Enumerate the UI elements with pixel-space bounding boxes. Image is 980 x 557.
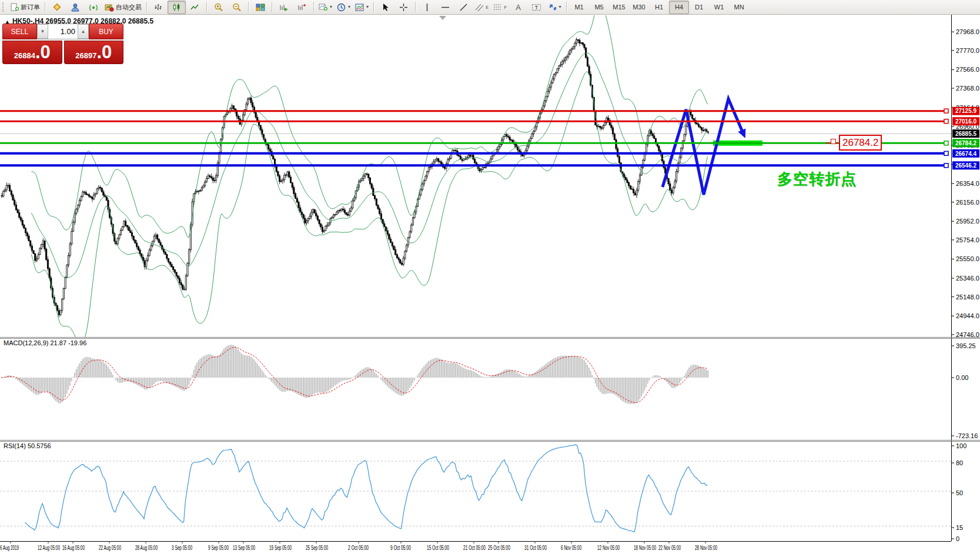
price-tick-label: 24944.0 — [956, 312, 979, 319]
timeframe-button-w1[interactable]: W1 — [709, 1, 729, 14]
time-tick-label: 6 Aug 2019 — [0, 545, 19, 551]
diamond-icon — [52, 3, 62, 12]
timeframe-toolbar: M1M5M15M30H1H4D1W1MN — [569, 1, 749, 14]
trendline-button[interactable] — [454, 1, 473, 14]
macd-histogram — [1, 345, 708, 404]
auto-trading-icon — [105, 3, 114, 12]
time-tick-label: 9 Oct 05:00 — [390, 545, 411, 551]
signals-button[interactable] — [84, 1, 102, 14]
auto-scroll-icon — [279, 3, 289, 12]
floating-price-anchor[interactable] — [831, 139, 836, 144]
price-tick-label: 26354.0 — [956, 180, 979, 187]
new-order-label: 新订单 — [21, 3, 40, 12]
volume-box: ▼ ▲ — [37, 24, 89, 39]
time-tick-label: 22 Nov 05:00 — [658, 545, 681, 551]
template-icon — [355, 3, 364, 12]
panel-collapse-icon[interactable] — [439, 16, 446, 20]
indicator-tick-label: 0 — [956, 535, 959, 542]
timeframe-button-m5[interactable]: M5 — [589, 1, 609, 14]
cursor-button[interactable] — [376, 1, 394, 14]
indicators-icon — [319, 3, 328, 12]
text-label-icon: T — [531, 3, 541, 12]
price-axis: 27968.027770.027566.027368.027164.026960… — [951, 28, 979, 338]
vertical-line-button[interactable] — [418, 1, 436, 14]
time-tick-label: 25 Sep 05:00 — [306, 545, 328, 551]
auto-scroll-button[interactable] — [275, 1, 293, 14]
timeframe-button-d1[interactable]: D1 — [689, 1, 709, 14]
horizontal-line-button[interactable] — [436, 1, 454, 14]
templates-button[interactable]: ▾ — [353, 1, 371, 14]
price-tick-label: 26156.0 — [956, 199, 979, 206]
tile-windows-button[interactable] — [251, 1, 269, 14]
timeframe-button-mn[interactable]: MN — [729, 1, 749, 14]
indicators-button[interactable]: ▾ — [316, 1, 335, 14]
new-order-button[interactable]: 新订单 — [8, 1, 42, 14]
terminal-window: { "toolbar": { "new_order_label": "新订单",… — [0, 0, 980, 557]
time-tick-label: 25 Oct 05:00 — [488, 545, 510, 551]
trendline-icon — [459, 3, 468, 12]
sell-price-main: 26884 — [14, 51, 35, 60]
timeframe-button-h4[interactable]: H4 — [669, 1, 689, 14]
zoom-in-button[interactable] — [209, 1, 228, 14]
macd-axis: 395.250.00-723.16 — [951, 342, 978, 439]
auto-trading-button[interactable]: 自动交易 — [102, 1, 144, 14]
dropdown-caret-icon: ▾ — [366, 5, 369, 9]
level-lines: 27125.927016.026885.526784.226674.426546… — [0, 107, 979, 170]
svg-text:T: T — [535, 4, 539, 10]
sell-price-decimal: .0 — [35, 42, 51, 62]
line-chart-button[interactable] — [186, 1, 204, 14]
time-tick-label: 21 Oct 05:00 — [463, 545, 486, 551]
dropdown-caret-icon: ▾ — [330, 5, 332, 9]
indicator-tick-label: 80 — [956, 459, 963, 466]
time-tick-label: 12 Aug 05:00 — [38, 545, 60, 551]
profiles-button[interactable] — [66, 1, 84, 14]
equidistant-channel-button[interactable]: E — [473, 1, 491, 14]
rsi-axis: 1008050150 — [951, 442, 966, 542]
buy-price-main: 26897 — [75, 51, 96, 60]
buy-price-button[interactable]: 26897 .0 — [64, 41, 124, 64]
sell-price-button[interactable]: 26884 .0 — [2, 41, 62, 64]
volume-input[interactable] — [48, 24, 78, 39]
time-tick-label: 28 Aug 05:00 — [135, 545, 158, 551]
crosshair-button[interactable] — [394, 1, 413, 14]
fibo-sub-label: F — [504, 5, 506, 9]
rsi-line — [25, 445, 708, 532]
text-label-button[interactable]: T — [527, 1, 546, 14]
line-chart-icon — [190, 3, 199, 12]
time-tick-label: 16 Aug 05:00 — [62, 545, 85, 551]
candlestick-chart-button[interactable] — [168, 1, 186, 14]
time-tick-label: 28 Nov 05:00 — [695, 545, 717, 551]
timeframe-button-m15[interactable]: M15 — [609, 1, 629, 14]
clock-icon — [337, 3, 346, 12]
zoom-out-button[interactable] — [228, 1, 246, 14]
rsi-indicator-label: RSI(14) 50.5756 — [4, 442, 51, 449]
time-tick-label: 15 Oct 05:00 — [427, 545, 449, 551]
buy-button[interactable]: BUY — [89, 24, 123, 39]
timeframe-button-h1[interactable]: H1 — [649, 1, 669, 14]
horizontal-line-icon — [441, 3, 450, 12]
market-watch-button[interactable] — [48, 1, 66, 14]
text-button[interactable]: A — [509, 1, 527, 14]
trend-annotation[interactable]: 多空转折点 — [777, 169, 857, 189]
one-click-trading-panel: SELL ▼ ▲ BUY 26884 .0 26897 .0 — [2, 24, 123, 64]
zoom-in-icon — [214, 3, 223, 12]
timeframe-button-m30[interactable]: M30 — [629, 1, 649, 14]
periods-button[interactable]: ▾ — [335, 1, 353, 14]
indicator-tick-label: 100 — [956, 442, 966, 449]
price-tag-label: 26546.2 — [955, 162, 977, 169]
price-tick-label: 27770.0 — [956, 47, 979, 54]
volume-up-button[interactable]: ▲ — [78, 24, 89, 39]
fibonacci-button[interactable]: F — [491, 1, 509, 14]
volume-down-button[interactable]: ▼ — [37, 24, 48, 39]
floating-price-label[interactable]: 26784.2 — [839, 135, 882, 151]
arrows-button[interactable]: ▾ — [546, 1, 564, 14]
chart-shift-button[interactable] — [293, 1, 311, 14]
timeframe-button-m1[interactable]: M1 — [569, 1, 589, 14]
sell-button[interactable]: SELL — [2, 24, 37, 39]
bar-chart-button[interactable] — [149, 1, 168, 14]
indicator-tick-label: -723.16 — [956, 432, 978, 439]
price-tick-label: 24746.0 — [956, 331, 979, 338]
zoom-out-icon — [232, 3, 242, 12]
chart-canvas[interactable]: 27968.027770.027566.027368.027164.026960… — [0, 15, 980, 557]
time-tick-label: 3 Sep 05:00 — [172, 545, 192, 551]
